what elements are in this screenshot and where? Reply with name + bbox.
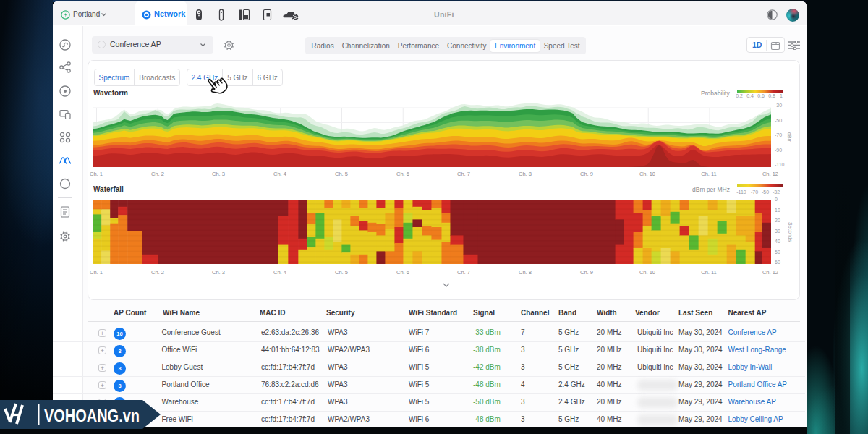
svg-text:VOHOANG.vn: VOHOANG.vn <box>44 406 140 425</box>
